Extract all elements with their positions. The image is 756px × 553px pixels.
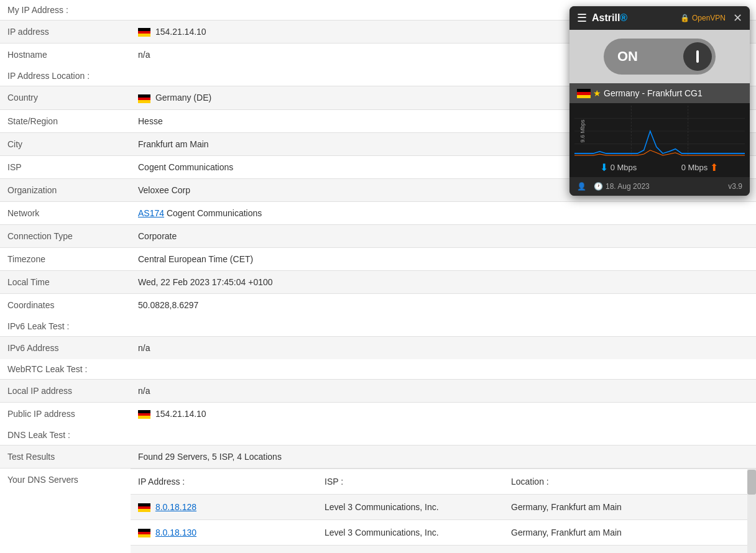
table-row: Timezone Central European Time (CET) — [0, 247, 756, 270]
row-value: AS174 Cogent Communications — [131, 202, 756, 224]
dns-location-value: Germany, Frankfurt am Main — [511, 551, 740, 553]
row-value: Wed, 22 Feb 2023 17:45:04 +0100 — [131, 271, 756, 293]
as174-link[interactable]: AS174 — [138, 208, 164, 218]
dns-ip-header: IP Address : — [138, 474, 325, 489]
vpn-protocol: 🔒 OpenVPN — [680, 14, 726, 22]
vpn-download-speed: 0 Mbps — [611, 163, 637, 172]
vpn-widget: ☰ Astrill® 🔒 OpenVPN ✕ ON ★ Germany - Fr… — [569, 6, 750, 196]
close-icon[interactable]: ✕ — [733, 11, 742, 25]
table-row: IPv6 Address n/a — [0, 336, 756, 359]
row-value: Corporate — [131, 225, 756, 247]
row-label: Network — [0, 202, 131, 224]
row-value: n/a — [131, 337, 756, 359]
flag-de — [138, 503, 150, 512]
row-label: Timezone — [0, 248, 131, 270]
vpn-footer: 👤 🕐 18. Aug 2023 v3.9 — [569, 177, 750, 196]
scrollbar[interactable] — [747, 468, 756, 553]
row-label: Hostname — [0, 43, 131, 66]
dns-isp-value: Level 3 Communications, Inc. — [325, 551, 511, 553]
ipv6-header: IPv6 Leak Test : — [0, 316, 756, 336]
webrtc-label: WebRTC Leak Test : — [7, 364, 87, 374]
vpn-toggle-area: ON — [569, 30, 750, 83]
dns-header: DNS Leak Test : — [0, 425, 756, 445]
row-value: n/a — [131, 380, 756, 402]
vpn-header: ☰ Astrill® 🔒 OpenVPN ✕ — [569, 6, 750, 30]
star-icon: ★ — [593, 88, 601, 98]
table-row: Connection Type Corporate — [0, 224, 756, 247]
row-label: ISP — [0, 156, 131, 178]
dns-isp-value: Level 3 Communications, Inc. — [325, 525, 511, 540]
upload-arrow-icon: ⬆ — [710, 162, 718, 173]
dns-ip-value: 8.0.18.130 — [138, 525, 325, 540]
vpn-upload-speed: 0 Mbps — [681, 163, 708, 172]
power-icon — [696, 50, 699, 63]
vpn-graph-svg — [574, 106, 745, 157]
dns-location-header: Location : — [511, 474, 740, 489]
vpn-footer-date: 18. Aug 2023 — [606, 182, 728, 191]
row-label: State/Region — [0, 110, 131, 132]
dns-entry-row: 8.0.18.130 Level 3 Communications, Inc. … — [131, 519, 747, 545]
dns-ip-value: 8.0.18.131 — [138, 551, 325, 553]
table-row: Local IP address n/a — [0, 379, 756, 402]
row-label: IP address — [0, 21, 131, 43]
scrollbar-thumb[interactable] — [747, 470, 756, 495]
vpn-speed-row: ⬇ 0 Mbps 0 Mbps ⬆ — [569, 159, 750, 177]
dns-location-value: Germany, Frankfurt am Main — [511, 500, 740, 514]
vpn-graph-area: 9.6 Mbps — [569, 103, 750, 159]
row-value: Found 29 Servers, 5 ISP, 4 Locations — [131, 446, 756, 468]
dns-entry-row: 8.0.18.131 Level 3 Communications, Inc. … — [131, 545, 747, 553]
vpn-server-row[interactable]: ★ Germany - Frankfurt CG1 — [569, 83, 750, 103]
table-row: Local Time Wed, 22 Feb 2023 17:45:04 +01… — [0, 270, 756, 293]
table-row: Network AS174 Cogent Communications — [0, 201, 756, 224]
row-label: Public IP address — [0, 403, 131, 425]
protocol-icon: 🔒 — [680, 14, 689, 22]
row-label: IPv6 Address — [0, 337, 131, 359]
clock-icon: 🕐 — [594, 182, 603, 191]
vpn-graph-label: 9.6 Mbps — [579, 119, 586, 142]
download-arrow-icon: ⬇ — [600, 162, 608, 173]
flag-de — [138, 94, 150, 103]
ip-location-label: IP Address Location : — [7, 71, 90, 81]
vpn-user-icon: 👤 — [577, 182, 586, 191]
row-label: Test Results — [0, 446, 131, 468]
vpn-toggle-knob[interactable] — [683, 42, 712, 71]
ipv6-label: IPv6 Leak Test : — [7, 321, 69, 331]
vpn-toggle[interactable]: ON — [604, 39, 716, 75]
dns-isp-header: ISP : — [325, 474, 511, 489]
row-value: 154.21.14.10 — [131, 403, 756, 425]
dns-ip-value: 8.0.18.128 — [138, 500, 325, 514]
dns-isp-value: Level 3 Communications, Inc. — [325, 500, 511, 514]
dns-entry-row: 8.0.18.128 Level 3 Communications, Inc. … — [131, 494, 747, 519]
vpn-speed-down: ⬇ 0 Mbps — [577, 162, 660, 173]
row-label: Local IP address — [0, 380, 131, 402]
dns-table-header: IP Address : ISP : Location : — [131, 468, 747, 494]
your-dns-label: Your DNS Servers — [0, 468, 131, 553]
webrtc-header: WebRTC Leak Test : — [0, 359, 756, 379]
vpn-toggle-label: ON — [617, 48, 638, 65]
dns-ip-link[interactable]: 8.0.18.128 — [155, 502, 196, 512]
dns-servers-row: Your DNS Servers IP Address : ISP : Loca… — [0, 468, 756, 553]
row-label: Country — [0, 86, 131, 109]
dns-servers-table: IP Address : ISP : Location : 8.0.18.128… — [131, 468, 747, 553]
flag-de — [138, 28, 150, 37]
dns-ip-link[interactable]: 8.0.18.130 — [155, 528, 196, 537]
row-label: Connection Type — [0, 225, 131, 247]
flag-de — [138, 410, 150, 419]
dns-location-value: Germany, Frankfurt am Main — [511, 525, 740, 540]
row-value: Central European Time (CET) — [131, 248, 756, 270]
row-label: Local Time — [0, 271, 131, 293]
vpn-speed-up: 0 Mbps ⬆ — [660, 162, 742, 173]
flag-de — [138, 529, 150, 537]
row-label: Organization — [0, 179, 131, 201]
menu-icon[interactable]: ☰ — [577, 11, 587, 25]
vpn-server-name: Germany - Frankfurt CG1 — [604, 88, 703, 98]
row-label: City — [0, 133, 131, 155]
table-row: Test Results Found 29 Servers, 5 ISP, 4 … — [0, 445, 756, 468]
vpn-footer-version: v3.9 — [728, 182, 742, 191]
table-row: Coordinates 50.0828,8.6297 — [0, 293, 756, 316]
table-row: Public IP address 154.21.14.10 — [0, 402, 756, 425]
my-ip-label: My IP Address : — [7, 5, 68, 15]
vpn-server-flag — [577, 89, 591, 98]
vpn-logo-text: Astrill® — [592, 12, 627, 24]
row-label: Coordinates — [0, 294, 131, 316]
